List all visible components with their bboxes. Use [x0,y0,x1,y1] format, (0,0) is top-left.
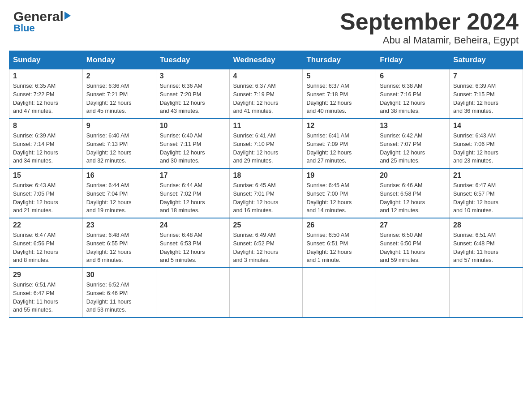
day-info: Sunrise: 6:39 AMSunset: 7:15 PMDaylight:… [453,82,519,116]
col-thursday: Thursday [303,51,376,69]
table-row: 15Sunrise: 6:43 AMSunset: 7:05 PMDayligh… [9,168,83,218]
day-number: 13 [380,122,446,130]
day-info: Sunrise: 6:43 AMSunset: 7:05 PMDaylight:… [13,181,79,215]
table-row [450,268,523,317]
table-row: 13Sunrise: 6:42 AMSunset: 7:07 PMDayligh… [376,119,450,168]
table-row: 11Sunrise: 6:41 AMSunset: 7:10 PMDayligh… [229,119,303,168]
table-row: 23Sunrise: 6:48 AMSunset: 6:55 PMDayligh… [82,218,156,268]
table-row [376,268,450,317]
page-header: General Blue September 2024 Abu al Matam… [0,0,532,51]
table-row: 10Sunrise: 6:40 AMSunset: 7:11 PMDayligh… [156,119,229,168]
day-info: Sunrise: 6:43 AMSunset: 7:06 PMDaylight:… [453,132,519,165]
day-info: Sunrise: 6:48 AMSunset: 6:53 PMDaylight:… [160,231,226,265]
table-row: 1Sunrise: 6:35 AMSunset: 7:22 PMDaylight… [9,69,83,119]
table-row: 17Sunrise: 6:44 AMSunset: 7:02 PMDayligh… [156,168,229,218]
day-info: Sunrise: 6:37 AMSunset: 7:19 PMDaylight:… [233,82,299,116]
day-number: 7 [453,72,519,80]
day-info: Sunrise: 6:36 AMSunset: 7:21 PMDaylight:… [86,82,152,116]
table-row: 12Sunrise: 6:41 AMSunset: 7:09 PMDayligh… [303,119,376,168]
day-number: 23 [86,221,152,229]
day-number: 12 [306,122,372,130]
calendar-title: September 2024 [340,9,519,34]
calendar-week-row: 29Sunrise: 6:51 AMSunset: 6:47 PMDayligh… [9,268,523,317]
logo: General Blue [13,9,71,34]
day-info: Sunrise: 6:51 AMSunset: 6:47 PMDaylight:… [13,281,79,314]
table-row: 24Sunrise: 6:48 AMSunset: 6:53 PMDayligh… [156,218,229,268]
day-number: 28 [453,221,519,229]
day-info: Sunrise: 6:50 AMSunset: 6:51 PMDaylight:… [306,231,372,265]
table-row: 22Sunrise: 6:47 AMSunset: 6:56 PMDayligh… [9,218,83,268]
day-number: 8 [13,122,79,130]
logo-arrow-icon [64,12,71,20]
day-info: Sunrise: 6:40 AMSunset: 7:13 PMDaylight:… [86,132,152,165]
logo-blue-text: Blue [13,22,35,34]
title-section: September 2024 Abu al Matamir, Beheira, … [340,9,519,46]
table-row [229,268,303,317]
day-info: Sunrise: 6:47 AMSunset: 6:57 PMDaylight:… [453,181,519,215]
day-number: 22 [13,221,79,229]
day-info: Sunrise: 6:38 AMSunset: 7:16 PMDaylight:… [380,82,446,116]
table-row: 20Sunrise: 6:46 AMSunset: 6:58 PMDayligh… [376,168,450,218]
calendar-header-row: Sunday Monday Tuesday Wednesday Thursday… [9,51,523,69]
table-row: 19Sunrise: 6:45 AMSunset: 7:00 PMDayligh… [303,168,376,218]
col-wednesday: Wednesday [229,51,303,69]
day-info: Sunrise: 6:47 AMSunset: 6:56 PMDaylight:… [13,231,79,265]
day-number: 1 [13,72,79,80]
day-number: 14 [453,122,519,130]
table-row: 9Sunrise: 6:40 AMSunset: 7:13 PMDaylight… [82,119,156,168]
table-row: 8Sunrise: 6:39 AMSunset: 7:14 PMDaylight… [9,119,83,168]
day-info: Sunrise: 6:51 AMSunset: 6:48 PMDaylight:… [453,231,519,265]
day-info: Sunrise: 6:44 AMSunset: 7:02 PMDaylight:… [160,181,226,215]
day-number: 10 [160,122,226,130]
day-number: 21 [453,171,519,180]
day-number: 30 [86,271,152,279]
logo-general-text: General [13,9,64,24]
calendar-container: Sunday Monday Tuesday Wednesday Thursday… [0,51,532,327]
day-info: Sunrise: 6:45 AMSunset: 7:00 PMDaylight:… [306,181,372,215]
day-info: Sunrise: 6:35 AMSunset: 7:22 PMDaylight:… [13,82,79,116]
day-info: Sunrise: 6:48 AMSunset: 6:55 PMDaylight:… [86,231,152,265]
day-number: 24 [160,221,226,229]
day-info: Sunrise: 6:42 AMSunset: 7:07 PMDaylight:… [380,132,446,165]
table-row: 3Sunrise: 6:36 AMSunset: 7:20 PMDaylight… [156,69,229,119]
calendar-subtitle: Abu al Matamir, Beheira, Egypt [340,34,519,46]
day-info: Sunrise: 6:49 AMSunset: 6:52 PMDaylight:… [233,231,299,265]
day-number: 3 [160,72,226,80]
calendar-week-row: 15Sunrise: 6:43 AMSunset: 7:05 PMDayligh… [9,168,523,218]
day-number: 29 [13,271,79,279]
day-number: 17 [160,171,226,180]
day-info: Sunrise: 6:50 AMSunset: 6:50 PMDaylight:… [380,231,446,265]
day-number: 9 [86,122,152,130]
calendar-week-row: 1Sunrise: 6:35 AMSunset: 7:22 PMDaylight… [9,69,523,119]
table-row: 30Sunrise: 6:52 AMSunset: 6:46 PMDayligh… [82,268,156,317]
day-info: Sunrise: 6:41 AMSunset: 7:09 PMDaylight:… [306,132,372,165]
day-number: 4 [233,72,299,80]
day-number: 6 [380,72,446,80]
day-number: 20 [380,171,446,180]
day-info: Sunrise: 6:39 AMSunset: 7:14 PMDaylight:… [13,132,79,165]
col-sunday: Sunday [9,51,83,69]
table-row: 16Sunrise: 6:44 AMSunset: 7:04 PMDayligh… [82,168,156,218]
table-row [303,268,376,317]
day-info: Sunrise: 6:45 AMSunset: 7:01 PMDaylight:… [233,181,299,215]
day-number: 16 [86,171,152,180]
table-row [156,268,229,317]
day-number: 27 [380,221,446,229]
day-number: 11 [233,122,299,130]
day-number: 5 [306,72,372,80]
day-number: 26 [306,221,372,229]
col-friday: Friday [376,51,450,69]
day-info: Sunrise: 6:41 AMSunset: 7:10 PMDaylight:… [233,132,299,165]
table-row: 7Sunrise: 6:39 AMSunset: 7:15 PMDaylight… [450,69,523,119]
table-row: 21Sunrise: 6:47 AMSunset: 6:57 PMDayligh… [450,168,523,218]
day-info: Sunrise: 6:40 AMSunset: 7:11 PMDaylight:… [160,132,226,165]
day-number: 15 [13,171,79,180]
table-row: 27Sunrise: 6:50 AMSunset: 6:50 PMDayligh… [376,218,450,268]
day-number: 25 [233,221,299,229]
table-row: 6Sunrise: 6:38 AMSunset: 7:16 PMDaylight… [376,69,450,119]
col-saturday: Saturday [450,51,523,69]
table-row: 25Sunrise: 6:49 AMSunset: 6:52 PMDayligh… [229,218,303,268]
day-number: 19 [306,171,372,180]
day-info: Sunrise: 6:46 AMSunset: 6:58 PMDaylight:… [380,181,446,215]
calendar-table: Sunday Monday Tuesday Wednesday Thursday… [9,51,523,318]
